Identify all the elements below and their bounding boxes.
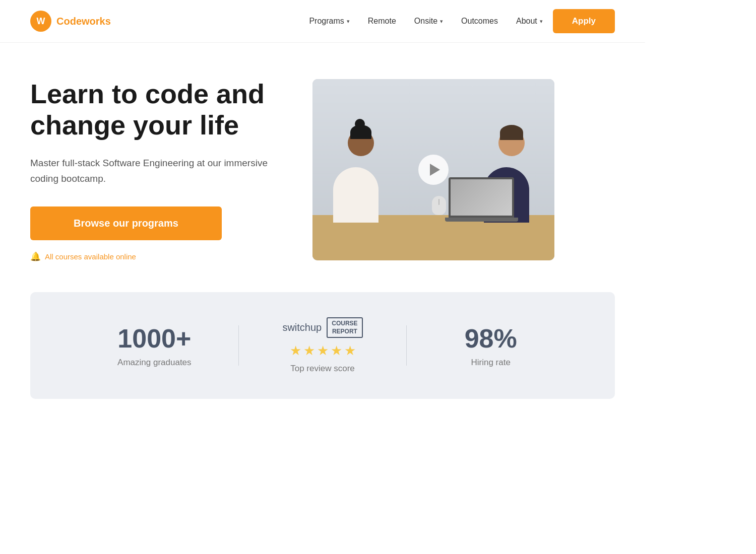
nav-label-remote: Remote — [368, 17, 396, 25]
course-report-badge: COURSE REPORT — [327, 317, 362, 338]
nav-item-about[interactable]: About ▾ — [516, 17, 543, 26]
logo-area: W Codeworks — [30, 11, 111, 32]
laptop-base — [445, 218, 518, 222]
star-1: ★ — [290, 343, 301, 359]
stat-hiring: 98% Hiring rate — [407, 323, 575, 368]
review-logos: switchup COURSE REPORT — [239, 317, 407, 338]
nav-link-outcomes[interactable]: Outcomes — [461, 17, 498, 25]
hero-subtext: Master full-stack Software Engineering a… — [30, 156, 292, 186]
nav-link-about[interactable]: About ▾ — [516, 17, 543, 26]
nav-item-onsite[interactable]: Onsite ▾ — [414, 17, 443, 26]
mouse-image — [432, 196, 446, 215]
online-notice-text: All courses available online — [45, 252, 136, 261]
hero-heading-line2: change your life — [30, 110, 239, 140]
navbar: W Codeworks Programs ▾ Remote Onsite ▾ O… — [0, 0, 645, 43]
apply-button[interactable]: Apply — [553, 9, 615, 33]
laptop-screen — [449, 177, 514, 218]
star-2: ★ — [303, 343, 315, 359]
hero-video[interactable] — [312, 79, 554, 260]
hiring-number: 98% — [407, 323, 575, 354]
nav-item-remote[interactable]: Remote — [368, 17, 396, 26]
stat-reviews: switchup COURSE REPORT ★ ★ ★ ★ ★ Top rev… — [239, 317, 407, 374]
nav-item-programs[interactable]: Programs ▾ — [309, 17, 349, 26]
star-5: ★ — [344, 343, 356, 359]
nav-label-about: About — [516, 17, 537, 26]
person-left — [343, 125, 379, 223]
chevron-down-icon: ▾ — [440, 18, 443, 25]
reviews-label: Top review score — [239, 364, 407, 374]
browse-programs-button[interactable]: Browse our programs — [30, 206, 222, 240]
nav-links: Programs ▾ Remote Onsite ▾ Outcomes Abou… — [309, 17, 542, 26]
nav-label-outcomes: Outcomes — [461, 17, 498, 25]
nav-link-programs[interactable]: Programs ▾ — [309, 17, 349, 26]
hero-heading-line1: Learn to code and — [30, 79, 265, 109]
logo-letter: W — [37, 16, 45, 27]
graduates-number: 1000+ — [71, 323, 238, 354]
graduates-label: Amazing graduates — [71, 358, 238, 368]
hero-heading: Learn to code and change your life — [30, 78, 292, 141]
nav-label-onsite: Onsite — [414, 17, 437, 26]
chevron-down-icon: ▾ — [540, 18, 543, 25]
nav-item-outcomes[interactable]: Outcomes — [461, 17, 498, 26]
chevron-down-icon: ▾ — [347, 18, 350, 25]
online-notice: 🔔 All courses available online — [30, 251, 292, 262]
logo-icon: W — [30, 11, 51, 32]
switchup-label: switchup — [282, 322, 322, 333]
laptop-image — [449, 177, 514, 218]
hero-text: Learn to code and change your life Maste… — [30, 78, 292, 262]
star-rating: ★ ★ ★ ★ ★ — [239, 343, 407, 359]
hiring-label: Hiring rate — [407, 358, 575, 368]
course-report-line1: COURSE — [332, 320, 357, 328]
nav-link-onsite[interactable]: Onsite ▾ — [414, 17, 443, 26]
star-3: ★ — [317, 343, 329, 359]
play-icon — [430, 164, 440, 176]
course-report-line2: REPORT — [332, 328, 357, 336]
nav-link-remote[interactable]: Remote — [368, 17, 396, 25]
play-button[interactable] — [418, 155, 449, 185]
hero-section: Learn to code and change your life Maste… — [0, 43, 645, 292]
nav-label-programs: Programs — [309, 17, 344, 26]
stat-graduates: 1000+ Amazing graduates — [71, 323, 238, 368]
bell-icon: 🔔 — [30, 251, 41, 262]
stats-section: 1000+ Amazing graduates switchup COURSE … — [30, 292, 615, 399]
logo-name: Codeworks — [56, 16, 111, 27]
star-4: ★ — [331, 343, 342, 359]
